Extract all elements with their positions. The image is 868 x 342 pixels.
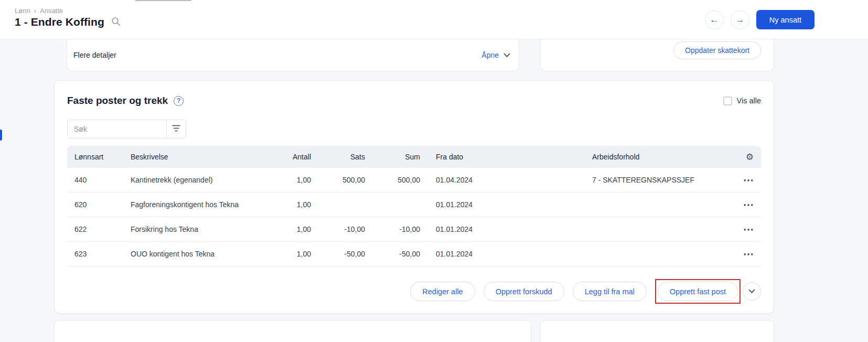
row-menu-button[interactable]: ⋯	[740, 175, 757, 185]
filter-button[interactable]	[166, 120, 186, 138]
col-arbeidsforhold: Arbeidsforhold	[592, 153, 732, 161]
kebab-menu-icon: ⋯	[743, 199, 754, 210]
col-beskrivelse: Beskrivelse	[131, 153, 242, 161]
fixed-posts-title: Faste poster og trekk	[67, 95, 168, 106]
fixed-posts-card: Faste poster og trekk ? Vis alle Lønnsar…	[54, 80, 774, 314]
cell-antall: 1,00	[242, 250, 311, 258]
tax-card-panel: Oppdater skattekort	[540, 39, 774, 71]
row-menu-button[interactable]: ⋯	[740, 199, 757, 210]
cell-fra-dato: 01.04.2024	[420, 176, 592, 184]
cell-beskrivelse: Fagforeningskontigent hos Tekna	[131, 200, 242, 209]
breadcrumb-separator-icon: ›	[34, 7, 36, 15]
search-icon	[111, 17, 121, 28]
cell-sum: 500,00	[365, 176, 420, 184]
chevron-down-icon	[748, 287, 755, 295]
breadcrumb-item-lonn[interactable]: Lønn	[15, 7, 30, 15]
new-employee-button[interactable]: Ny ansatt	[756, 10, 815, 29]
checkbox-box	[723, 97, 732, 105]
row-menu-button[interactable]: ⋯	[740, 224, 757, 234]
gear-icon: ⚙	[746, 152, 754, 162]
next-section-card-right	[540, 320, 774, 342]
col-sum: Sum	[365, 153, 420, 161]
table-row: 440 Kantinetrekk (egenandel) 1,00 500,00…	[67, 168, 761, 193]
employee-details-card: Flere detaljer Åpne	[67, 39, 519, 71]
next-section-card-left	[54, 320, 531, 342]
cell-beskrivelse: Kantinetrekk (egenandel)	[131, 176, 242, 184]
help-icon[interactable]: ?	[174, 96, 184, 106]
show-all-checkbox[interactable]: Vis alle	[723, 97, 761, 105]
cell-antall: 1,00	[242, 176, 311, 184]
page-title: 1 - Endre Koffing	[15, 16, 104, 28]
cell-lonnsart: 440	[67, 176, 131, 184]
cell-lonnsart: 623	[67, 250, 131, 258]
rediger-alle-button[interactable]: Rediger alle	[410, 282, 475, 301]
page-title-row: 1 - Endre Koffing	[15, 16, 121, 28]
sidebar-active-indicator	[0, 130, 2, 141]
legg-til-fra-mal-button[interactable]: Legg til fra mal	[573, 282, 647, 301]
cell-arbeidsforhold: 7 - SKATTEREGNSKAPSSJEF	[592, 176, 732, 184]
cell-sats: -50,00	[311, 250, 365, 258]
row-menu-button[interactable]: ⋯	[740, 249, 757, 259]
topbar-actions: ← → Ny ansatt	[705, 10, 815, 29]
cell-sum: -10,00	[365, 225, 420, 233]
breadcrumb: Lønn › Ansatte	[15, 7, 63, 15]
table-search-row	[67, 120, 774, 138]
table-row: 623 OUO kontigent hos Tekna 1,00 -50,00 …	[67, 242, 761, 266]
cell-fra-dato: 01.01.2024	[420, 225, 592, 233]
cell-sats: 500,00	[311, 176, 365, 184]
table-footer-actions: Rediger alle Opprett forskudd Legg til f…	[55, 279, 774, 304]
cell-lonnsart: 622	[67, 225, 131, 233]
opprett-forskudd-button[interactable]: Opprett forskudd	[484, 282, 564, 301]
more-details-label: Flere detaljer	[73, 51, 116, 59]
open-details-link[interactable]: Åpne	[481, 50, 510, 60]
arrow-right-icon: →	[735, 15, 744, 25]
more-actions-dropdown-button[interactable]	[743, 282, 761, 301]
cell-beskrivelse: Forsikring hos Tekna	[131, 225, 242, 233]
table-settings-button[interactable]: ⚙	[743, 153, 757, 162]
previous-employee-button[interactable]: ←	[705, 10, 724, 29]
update-tax-card-button[interactable]: Oppdater skattekort	[673, 41, 761, 59]
cell-sats: -10,00	[311, 225, 365, 233]
arrow-left-icon: ←	[710, 15, 719, 25]
search-input[interactable]	[67, 120, 167, 138]
breadcrumb-item-ansatte[interactable]: Ansatte	[40, 7, 63, 15]
cell-lonnsart: 620	[67, 200, 131, 209]
fixed-posts-header: Faste poster og trekk ? Vis alle	[55, 81, 774, 106]
filter-icon	[172, 125, 180, 133]
show-all-label: Vis alle	[737, 97, 761, 105]
col-sats: Sats	[311, 153, 365, 161]
col-fra-dato: Fra dato	[420, 153, 592, 161]
open-link-label: Åpne	[481, 51, 499, 59]
table-header-row: Lønnsart Beskrivelse Antall Sats Sum Fra…	[67, 146, 761, 168]
next-employee-button[interactable]: →	[731, 10, 749, 29]
col-antall: Antall	[242, 153, 311, 161]
cell-fra-dato: 01.01.2024	[420, 200, 592, 209]
fixed-posts-table: Lønnsart Beskrivelse Antall Sats Sum Fra…	[67, 146, 761, 266]
red-highlight-annotation: Opprett fast post	[655, 279, 741, 304]
opprett-fast-post-button[interactable]: Opprett fast post	[658, 282, 738, 301]
cell-antall: 1,00	[242, 225, 311, 233]
kebab-menu-icon: ⋯	[743, 223, 754, 235]
browser-tab-edge	[135, 0, 191, 1]
kebab-menu-icon: ⋯	[743, 174, 754, 186]
cell-fra-dato: 01.01.2024	[420, 250, 592, 258]
cell-beskrivelse: OUO kontigent hos Tekna	[131, 250, 242, 258]
col-lonnsart: Lønnsart	[67, 153, 131, 161]
table-row: 620 Fagforeningskontigent hos Tekna 1,00…	[67, 193, 761, 217]
cell-antall: 1,00	[242, 200, 311, 209]
cell-sum: -50,00	[365, 250, 420, 258]
employee-search-button[interactable]	[111, 17, 121, 28]
topbar: Lønn › Ansatte 1 - Endre Koffing ← → Ny …	[0, 0, 868, 39]
table-row: 622 Forsikring hos Tekna 1,00 -10,00 -10…	[67, 217, 761, 242]
kebab-menu-icon: ⋯	[743, 248, 754, 260]
chevron-down-icon	[503, 50, 510, 60]
